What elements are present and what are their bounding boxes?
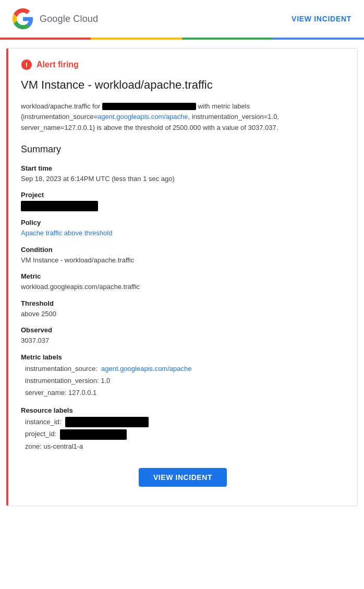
instrumentation-source-link[interactable]: agent.googleapis.com/apache: [101, 365, 191, 372]
start-time-value: Sep 18, 2023 at 6:14PM UTC (less than 1 …: [21, 174, 345, 184]
metric-labels-section: Metric labels instrumentation_source: ag…: [21, 353, 345, 399]
zone-row: zone: us-central1-a: [25, 440, 345, 452]
project-id-row: project_id:: [25, 428, 345, 440]
policy-section: Policy Apache traffic above threshold: [21, 219, 345, 238]
project-id-redacted: [60, 429, 127, 440]
condition-value: VM Instance - workload/apache.traffic: [21, 255, 345, 266]
metric-section: Metric workload.googleapis.com/apache.tr…: [21, 272, 345, 292]
view-incident-header-link[interactable]: VIEW INCIDENT: [292, 15, 351, 23]
observed-value: 3037.037: [21, 335, 345, 346]
incident-title: VM Instance - workload/apache.traffic: [21, 78, 345, 93]
zone-label: zone:: [25, 442, 42, 450]
start-time-label: Start time: [21, 164, 345, 172]
condition-section: Condition VM Instance - workload/apache.…: [21, 246, 345, 266]
instance-id-redacted: [65, 417, 149, 427]
instance-id-row: instance_id:: [25, 416, 345, 428]
alert-error-icon: !: [21, 59, 32, 70]
project-id-label: project_id:: [25, 430, 56, 438]
instance-id-label: instance_id:: [25, 418, 61, 426]
header: Google Cloud VIEW INCIDENT: [0, 0, 364, 38]
observed-section: Observed 3037.037: [21, 326, 345, 346]
color-divider: [0, 38, 364, 40]
policy-link[interactable]: Apache traffic above threshold: [21, 229, 112, 237]
google-cloud-text: Google Cloud: [40, 14, 98, 25]
zone-value: us-central1-a: [43, 442, 83, 450]
logo-container: Google Cloud: [13, 8, 98, 29]
redacted-instance: [102, 103, 196, 110]
metric-label: Metric: [21, 272, 345, 280]
view-incident-button[interactable]: VIEW INCIDENT: [139, 468, 227, 487]
google-logo: [13, 8, 33, 29]
google-cloud-logo-svg: [13, 8, 33, 29]
instrumentation-version-label: instrumentation_version:: [25, 377, 99, 384]
description-prefix: workload/apache.traffic for: [21, 102, 100, 110]
resource-labels-label: Resource labels: [21, 406, 345, 414]
threshold-section: Threshold above 2500: [21, 299, 345, 319]
resource-labels-list: instance_id: project_id: zone: us-centra…: [25, 416, 345, 452]
condition-label: Condition: [21, 246, 345, 254]
policy-label: Policy: [21, 219, 345, 226]
footer-btn-container: VIEW INCIDENT: [21, 468, 345, 487]
instrumentation-version-value: 1.0: [101, 377, 110, 384]
metric-labels-list: instrumentation_source: agent.googleapis…: [25, 363, 345, 399]
metric-labels-label: Metric labels: [21, 353, 345, 361]
project-section: Project: [21, 191, 345, 211]
alert-card: ! Alert firing VM Instance - workload/ap…: [6, 48, 358, 506]
project-redacted: [21, 201, 98, 211]
summary-title: Summary: [21, 144, 345, 155]
server-name-row: server_name: 127.0.0.1: [25, 387, 345, 399]
instrumentation-source-row: instrumentation_source: agent.googleapis…: [25, 363, 345, 375]
start-time-section: Start time Sep 18, 2023 at 6:14PM UTC (l…: [21, 164, 345, 184]
instrumentation-version-row: instrumentation_version: 1.0: [25, 375, 345, 387]
instrumentation-source-label: instrumentation_source:: [25, 365, 98, 372]
project-label: Project: [21, 191, 345, 199]
server-name-value: 127.0.0.1: [68, 389, 96, 396]
server-name-label: server_name:: [25, 389, 66, 396]
metric-value: workload.googleapis.com/apache.traffic: [21, 282, 345, 292]
alert-description: workload/apache.traffic for with metric …: [21, 101, 345, 134]
svg-text:!: !: [26, 61, 28, 69]
alert-firing-label: Alert firing: [37, 60, 79, 69]
threshold-label: Threshold: [21, 299, 345, 307]
observed-label: Observed: [21, 326, 345, 334]
threshold-value: above 2500: [21, 309, 345, 319]
resource-labels-section: Resource labels instance_id: project_id:…: [21, 406, 345, 452]
alert-firing-row: ! Alert firing: [21, 59, 345, 70]
policy-value: Apache traffic above threshold: [21, 228, 345, 238]
description-link[interactable]: agent.googleapis.com/apache: [98, 113, 188, 121]
project-value: [21, 200, 345, 211]
